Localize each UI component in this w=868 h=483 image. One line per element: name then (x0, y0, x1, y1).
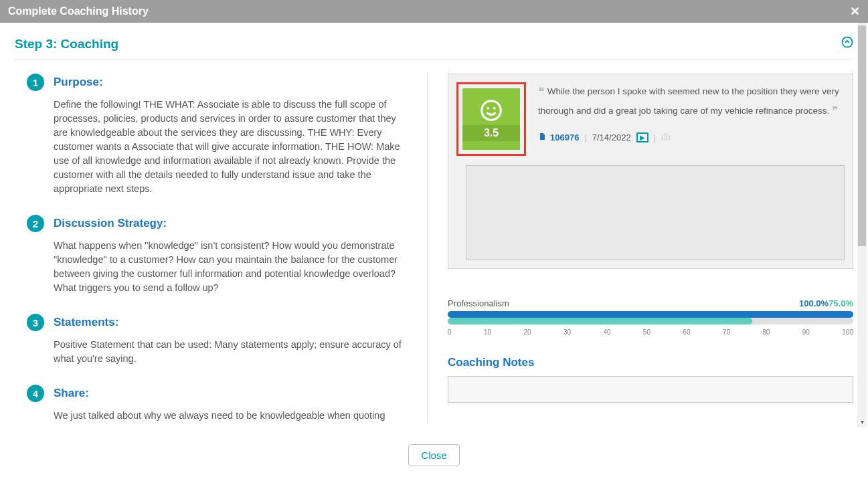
section-number-badge: 1 (27, 74, 44, 91)
svg-point-3 (493, 106, 496, 109)
modal-header: Complete Coaching History ✕ (0, 0, 868, 23)
modal-footer: Close (0, 427, 868, 483)
metric-bar-primary (448, 311, 853, 318)
record-card: 3.5 ❝ While the person I spoke with seem… (448, 74, 853, 269)
section-statements: 3 Statements: Positive Statement that ca… (27, 314, 411, 366)
close-icon[interactable]: ✕ (850, 5, 860, 17)
vertical-scrollbar[interactable]: ▾ (857, 23, 867, 427)
section-head: 4 Share: (27, 385, 411, 402)
section-title: Statements: (54, 316, 118, 329)
separator: | (654, 132, 656, 142)
tick-label: 20 (523, 328, 531, 336)
columns: 1 Purpose: Define the following! THE WHA… (15, 74, 853, 423)
collapse-up-icon[interactable] (841, 36, 853, 52)
metric-bar-secondary (448, 318, 853, 324)
section-body: We just talked about why we always need … (54, 409, 411, 423)
close-button[interactable]: Close (408, 444, 459, 466)
modal-title: Complete Coaching History (8, 5, 149, 17)
quote-text: While the person I spoke with seemed new… (538, 86, 839, 116)
section-number-badge: 3 (27, 314, 44, 331)
scrollbar-thumb[interactable] (858, 25, 866, 246)
tick-label: 80 (762, 328, 770, 336)
section-body: What happens when "knowledge" isn't cons… (54, 239, 411, 295)
separator: | (584, 132, 586, 142)
section-number-badge: 4 (27, 385, 44, 402)
section-share: 4 Share: We just talked about why we alw… (27, 385, 411, 423)
tick-label: 30 (563, 328, 571, 336)
score-highlight-frame: 3.5 (456, 82, 526, 156)
quote-and-meta: ❝ While the person I spoke with seemed n… (538, 82, 845, 156)
metric-professionalism: Professionalism 100.0%75.0% 0 (448, 298, 853, 336)
document-icon (538, 132, 546, 143)
tick-label: 60 (683, 328, 690, 336)
svg-point-0 (843, 37, 853, 47)
section-title: Discussion Strategy: (54, 217, 167, 230)
section-purpose: 1 Purpose: Define the following! THE WHA… (27, 74, 411, 196)
modal-root: Complete Coaching History ✕ Step 3: Coac… (0, 0, 868, 483)
quote-close-icon: ❞ (832, 104, 839, 118)
step-header-row: Step 3: Coaching (15, 36, 853, 60)
record-date: 7/14/2022 (592, 132, 631, 142)
record-id-text: 106976 (550, 132, 579, 142)
audio-waveform-icon: ıllı (661, 132, 671, 142)
svg-point-1 (482, 100, 501, 120)
section-head: 1 Purpose: (27, 74, 411, 91)
modal-body: Step 3: Coaching 1 Purpose: Define the f… (0, 23, 868, 427)
record-meta-row: 106976 | 7/14/2022 ▶ | ıllı (538, 132, 845, 143)
section-title: Share: (54, 387, 89, 400)
record-id-link[interactable]: 106976 (538, 132, 579, 143)
scroll-area: Step 3: Coaching 1 Purpose: Define the f… (0, 23, 868, 423)
record-detail-placeholder (466, 165, 845, 260)
section-number-badge: 2 (27, 215, 44, 232)
metric-ticks: 0 10 20 30 40 50 60 70 80 90 100 (448, 328, 853, 336)
section-head: 2 Discussion Strategy: (27, 215, 411, 232)
scroll-down-arrow-icon[interactable]: ▾ (857, 418, 867, 425)
score-value: 3.5 (462, 125, 520, 141)
left-column: 1 Purpose: Define the following! THE WHA… (15, 74, 428, 423)
score-box: 3.5 (462, 88, 520, 150)
section-discussion-strategy: 2 Discussion Strategy: What happens when… (27, 215, 411, 295)
tick-label: 40 (603, 328, 610, 336)
section-body: Define the following! THE WHAT: Associat… (54, 98, 411, 196)
metric-label: Professionalism (448, 298, 509, 308)
metric-bar-secondary-fill (448, 318, 752, 324)
metric-bar-primary-fill (448, 311, 853, 318)
quote-block: ❝ While the person I spoke with seemed n… (538, 82, 845, 121)
section-title: Purpose: (54, 76, 103, 89)
coaching-notes-box[interactable] (448, 376, 853, 403)
metric-header: Professionalism 100.0%75.0% (448, 298, 853, 308)
smile-icon (479, 98, 504, 125)
coaching-notes-title: Coaching Notes (448, 356, 853, 369)
svg-point-2 (487, 106, 489, 109)
tick-label: 70 (723, 328, 730, 336)
quote-open-icon: ❝ (538, 85, 545, 98)
metric-values: 100.0%75.0% (799, 298, 853, 308)
play-icon[interactable]: ▶ (636, 132, 648, 142)
tick-label: 100 (842, 328, 853, 336)
tick-label: 50 (643, 328, 650, 336)
tick-label: 90 (802, 328, 810, 336)
tick-label: 0 (448, 328, 452, 336)
tick-label: 10 (484, 328, 491, 336)
section-body: Positive Statement that can be used: Man… (54, 338, 411, 366)
section-head: 3 Statements: (27, 314, 411, 331)
step-title: Step 3: Coaching (15, 37, 118, 52)
right-column: 3.5 ❝ While the person I spoke with seem… (428, 74, 853, 423)
record-card-top: 3.5 ❝ While the person I spoke with seem… (456, 82, 845, 156)
metric-value-secondary: 75.0% (829, 298, 853, 308)
metric-value-primary: 100.0% (799, 298, 829, 308)
